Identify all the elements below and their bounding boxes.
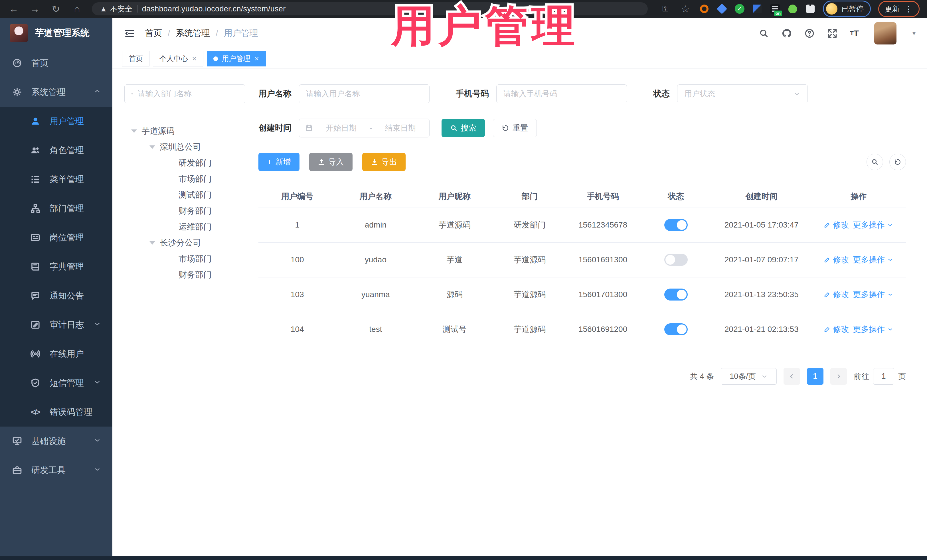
sidebar-item-role-mgmt[interactable]: 角色管理 [0,136,112,165]
edit-link[interactable]: 修改 [824,254,849,265]
more-actions-link[interactable]: 更多操作 [853,289,894,300]
dept-search-input[interactable] [138,90,239,99]
sidebar-item-dev-tools[interactable]: 研发工具 [0,456,112,485]
calendar-icon [305,124,313,132]
prev-page-button[interactable] [784,368,800,385]
font-size-icon[interactable]: TT [850,29,859,38]
extension-green-circle-icon[interactable]: ✓ [734,4,745,14]
more-actions-link[interactable]: 更多操作 [853,254,894,265]
extension-list-on-icon[interactable]: on [770,4,780,14]
security-warning[interactable]: ▲不安全 [100,4,132,14]
sidebar-item-audit-log[interactable]: 审计日志 [0,310,112,339]
edit-link[interactable]: 修改 [824,324,849,335]
tree-node[interactable]: 研发部门 [125,155,247,171]
help-icon[interactable] [804,28,815,38]
sidebar-fold-icon[interactable] [124,28,135,39]
breadcrumb-system[interactable]: 系统管理 [176,27,210,39]
table-toolbar: +新增 导入 导出 [258,153,906,171]
extensions-puzzle-icon[interactable] [805,4,816,14]
sidebar-item-menu-mgmt[interactable]: 菜单管理 [0,165,112,194]
tree-node[interactable]: 长沙分公司 [125,235,247,251]
start-date-placeholder[interactable]: 开始日期 [318,123,365,133]
org-tree-icon [30,203,41,214]
search-button[interactable]: 搜索 [442,119,485,137]
table-row: 103 yuanma 源码 芋道源码 15601701300 2021-01-1… [258,277,906,312]
breadcrumb-home[interactable]: 首页 [145,27,162,39]
next-page-button[interactable] [830,368,847,385]
app-logo[interactable]: 芋道管理系统 [0,18,112,49]
close-icon[interactable]: ✕ [254,55,259,62]
forward-icon[interactable]: → [29,4,41,14]
sidebar-item-sms-mgmt[interactable]: 短信管理 [0,369,112,398]
sidebar-item-notice[interactable]: 通知公告 [0,281,112,310]
tab-user-mgmt[interactable]: 用户管理✕ [207,51,266,67]
sidebar-item-dept-mgmt[interactable]: 部门管理 [0,194,112,223]
page-1-button[interactable]: 1 [807,368,824,385]
more-actions-link[interactable]: 更多操作 [853,324,894,335]
tab-profile[interactable]: 个人中心✕ [153,51,204,67]
tree-node[interactable]: 市场部门 [125,251,247,267]
close-icon[interactable]: ✕ [192,55,197,62]
sidebar-item-post-mgmt[interactable]: 岗位管理 [0,223,112,252]
back-icon[interactable]: ← [8,4,20,14]
sidebar-item-dict-mgmt[interactable]: 字典管理 [0,252,112,281]
bookmark-star-icon[interactable]: ☆ [679,4,692,14]
extension-orange-icon[interactable] [699,4,710,14]
profile-paused-badge[interactable]: 已暂停 [823,1,871,17]
tab-home[interactable]: 首页 [122,51,149,67]
more-actions-link[interactable]: 更多操作 [853,220,894,231]
goto-page-input[interactable] [873,368,894,385]
caret-down-icon[interactable] [149,241,155,244]
mobile-input[interactable] [496,84,627,103]
date-range-picker[interactable]: 开始日期 - 结束日期 [299,118,430,137]
extension-person-icon[interactable] [787,4,798,14]
sidebar-item-infrastructure[interactable]: 基础设施 [0,426,112,456]
tree-node[interactable]: 运维部门 [125,219,247,235]
status-toggle[interactable] [664,219,688,231]
reload-icon[interactable]: ↻ [50,4,62,14]
home-icon[interactable]: ⌂ [71,4,83,14]
page-size-select[interactable]: 10条/页 [721,368,777,385]
extension-gem-icon[interactable] [717,4,727,14]
browser-menu-icon[interactable]: ⋮ [905,4,913,14]
fullscreen-icon[interactable] [827,28,837,38]
address-bar[interactable]: ▲不安全 dashboard.yudao.iocoder.cn/system/u… [92,2,648,15]
sidebar-item-system[interactable]: 系统管理 [0,77,112,107]
end-date-placeholder[interactable]: 结束日期 [377,123,424,133]
extension-squares-icon[interactable] [752,4,763,14]
toggle-search-button[interactable] [866,154,883,170]
import-button[interactable]: 导入 [309,153,353,171]
search-icon[interactable] [759,28,769,38]
tree-node[interactable]: 市场部门 [125,171,247,187]
user-avatar[interactable] [874,22,897,44]
browser-update-button[interactable]: 更新⋮ [878,1,919,17]
tree-node[interactable]: 芋道源码 [125,123,247,139]
sidebar-item-user-mgmt[interactable]: 用户管理 [0,107,112,136]
status-select[interactable]: 用户状态 [677,84,808,103]
tree-node[interactable]: 测试部门 [125,187,247,203]
status-toggle[interactable] [664,323,688,335]
caret-down-icon[interactable] [149,146,155,149]
avatar-caret-icon[interactable]: ▾ [912,30,916,37]
status-toggle[interactable] [664,254,688,266]
user-panel: 用户名称 手机号码 状态 用户状态 创建时间 开始日期 [258,84,911,560]
username-input[interactable] [299,84,430,103]
edit-link[interactable]: 修改 [824,220,849,231]
export-button[interactable]: 导出 [362,153,406,171]
status-toggle[interactable] [664,288,688,300]
tree-node[interactable]: 财务部门 [125,203,247,219]
create-time-label: 创建时间 [258,122,292,134]
password-key-icon[interactable]: ⚿ [659,5,672,13]
caret-down-icon[interactable] [131,129,137,133]
reset-button[interactable]: 重置 [493,119,537,137]
refresh-button[interactable] [889,154,906,170]
add-button[interactable]: +新增 [258,153,299,171]
sidebar-item-home[interactable]: 首页 [0,49,112,77]
tree-node[interactable]: 财务部门 [125,267,247,283]
total-count: 共 4 条 [690,371,714,381]
sidebar-item-online-users[interactable]: 在线用户 [0,339,112,369]
tree-node[interactable]: 深圳总公司 [125,139,247,155]
sidebar-item-errcode-mgmt[interactable]: </> 错误码管理 [0,398,112,426]
edit-link[interactable]: 修改 [824,289,849,300]
github-icon[interactable] [781,28,792,38]
